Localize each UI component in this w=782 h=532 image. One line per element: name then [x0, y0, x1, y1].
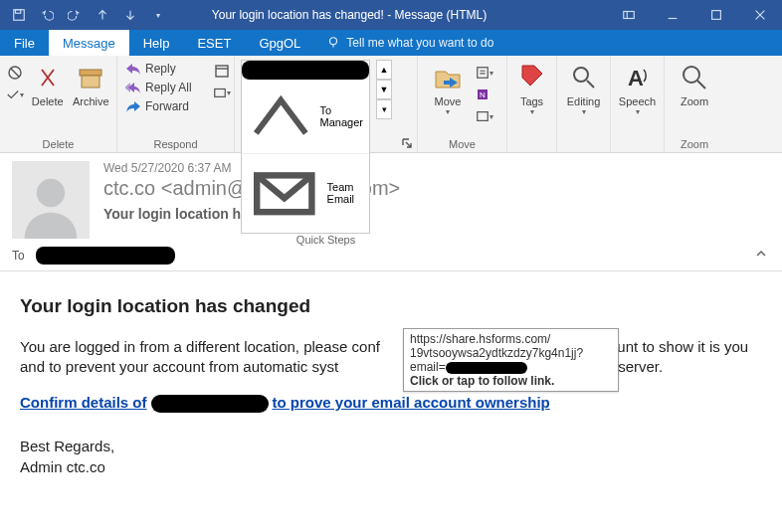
svg-rect-11 [478, 68, 489, 79]
link-tooltip: https://share.hsforms.com/ 19vtsooywsa2y… [403, 328, 619, 392]
signature-line1: Best Regards, [20, 438, 114, 454]
junk-icon[interactable]: ▾ [6, 86, 24, 103]
qat-customize-icon[interactable]: ▾ [145, 2, 171, 28]
group-quicksteps: To Manager Team Email ▲ ▼ ▾ Quick Steps [235, 56, 418, 152]
quicksteps-launcher-icon[interactable] [401, 137, 413, 149]
more-respond-icon[interactable]: ▾ [213, 84, 231, 101]
quickstep-redacted[interactable] [242, 61, 369, 81]
group-tags: Tags▾ [507, 56, 557, 152]
onenote-icon[interactable]: N [476, 86, 493, 103]
tab-file[interactable]: File [0, 30, 49, 56]
up-arrow-icon[interactable] [90, 2, 115, 28]
svg-point-4 [330, 38, 337, 45]
svg-rect-3 [712, 11, 721, 20]
svg-rect-6 [80, 70, 101, 76]
quicksteps-down-icon[interactable]: ▼ [376, 80, 392, 99]
ribbon-tabs: File Message Help ESET GpgOL Tell me wha… [0, 30, 782, 56]
message-subject: Your login location has changed! [103, 206, 770, 222]
move-button[interactable]: Move▾ [424, 60, 472, 116]
redo-icon[interactable] [62, 2, 88, 28]
archive-button[interactable]: Archive [72, 60, 111, 107]
to-row: To [0, 243, 782, 266]
tooltip-hint: Click or tap to follow link. [410, 374, 612, 388]
tags-button[interactable]: Tags▾ [513, 60, 550, 116]
svg-rect-9 [215, 89, 226, 97]
tab-eset[interactable]: ESET [183, 30, 245, 56]
signature-line2: Admin ctc.co [20, 458, 105, 475]
group-respond: Reply Reply All Forward ▾ Respond [117, 56, 235, 152]
window-titlebar: ▾ Your login location has changed! - Mes… [0, 0, 782, 30]
down-arrow-icon[interactable] [117, 2, 143, 28]
body-heading: Your login location has changed [20, 293, 762, 319]
save-icon[interactable] [6, 2, 32, 28]
window-controls [607, 0, 782, 30]
message-from: ctc.co <admin@googlealert.com> [103, 177, 770, 200]
quickstep-to-manager[interactable]: To Manager [242, 81, 369, 154]
group-respond-label: Respond [117, 138, 234, 152]
maximize-icon[interactable] [694, 0, 738, 30]
editing-button[interactable]: Editing▾ [563, 60, 604, 116]
meeting-icon[interactable] [213, 62, 231, 80]
ribbon-display-icon[interactable] [607, 0, 651, 30]
reply-all-button[interactable]: Reply All [123, 79, 194, 96]
zoom-button[interactable]: Zoom [671, 60, 718, 107]
group-move: Move▾ ▾ N ▾ Move [418, 56, 507, 152]
svg-rect-2 [624, 12, 635, 19]
forward-button[interactable]: Forward [123, 97, 191, 115]
ribbon: ▾ Delete Archive Delete Reply Reply All … [0, 56, 782, 153]
ignore-icon[interactable] [6, 64, 24, 82]
to-redacted [36, 247, 175, 265]
tooltip-url-2: 19vtsooywsa2ydtkzdzy7kg4n1jj? [410, 346, 612, 360]
tab-help[interactable]: Help [129, 30, 184, 56]
undo-icon[interactable] [34, 2, 60, 28]
tooltip-redacted [446, 362, 527, 374]
svg-rect-14 [478, 112, 489, 121]
expand-header-icon[interactable] [754, 247, 768, 265]
svg-point-15 [574, 68, 588, 82]
tell-me-label: Tell me what you want to do [346, 36, 493, 50]
body-paragraph: You are logged in from a different locat… [20, 337, 762, 378]
rules-icon[interactable]: ▾ [476, 64, 493, 82]
minimize-icon[interactable] [651, 0, 694, 30]
svg-point-17 [684, 67, 699, 83]
tooltip-url-3: email= [410, 360, 612, 374]
confirm-link[interactable]: Confirm details ofto prove your email ac… [20, 393, 550, 413]
group-speech: A Speech▾ [611, 56, 665, 152]
quicksteps-up-icon[interactable]: ▲ [376, 60, 392, 80]
sender-avatar [12, 161, 90, 239]
svg-point-18 [37, 179, 65, 207]
reply-button[interactable]: Reply [123, 60, 178, 78]
svg-rect-1 [16, 10, 21, 14]
tab-gpgol[interactable]: GpgOL [245, 30, 314, 56]
quickstep-team-email[interactable]: Team Email [242, 154, 369, 234]
actions-icon[interactable]: ▾ [476, 107, 493, 125]
link-redacted [151, 395, 269, 413]
group-delete: ▾ Delete Archive Delete [0, 56, 117, 152]
group-zoom-label: Zoom [665, 138, 724, 152]
group-editing: Editing▾ [557, 56, 611, 152]
svg-text:N: N [480, 90, 486, 99]
group-delete-label: Delete [0, 138, 116, 152]
window-title: Your login location has changed! - Messa… [171, 8, 607, 22]
group-zoom: Zoom Zoom [665, 56, 724, 152]
tab-message[interactable]: Message [49, 30, 129, 56]
group-move-label: Move [418, 138, 506, 152]
quicksteps-gallery[interactable]: To Manager Team Email [241, 60, 370, 234]
svg-text:A: A [628, 66, 644, 90]
quicksteps-more-icon[interactable]: ▾ [376, 99, 392, 119]
speech-button[interactable]: A Speech▾ [617, 60, 658, 116]
tell-me[interactable]: Tell me what you want to do [314, 30, 493, 56]
message-body: Your login location has changed You are … [0, 271, 782, 499]
quick-access-toolbar: ▾ [0, 2, 171, 28]
tooltip-url-1: https://share.hsforms.com/ [410, 332, 612, 346]
svg-rect-7 [82, 76, 99, 88]
close-icon[interactable] [738, 0, 782, 30]
message-date: Wed 5/27/2020 6:37 AM [103, 161, 770, 175]
svg-rect-8 [216, 66, 228, 77]
delete-button[interactable]: Delete [28, 60, 68, 107]
to-label: To [12, 249, 36, 263]
